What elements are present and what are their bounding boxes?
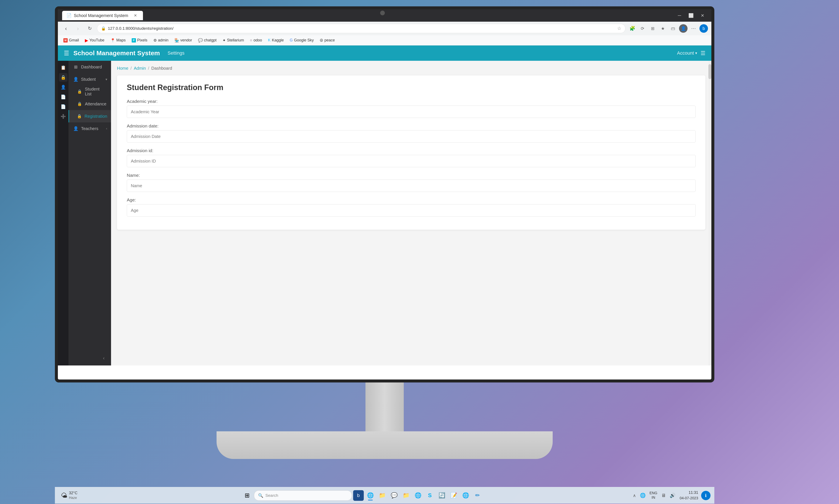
bookmark-gmail[interactable]: M Gmail	[61, 37, 82, 43]
sidebar-icon-1[interactable]: 🔒	[59, 73, 67, 82]
taskbar-app-bing[interactable]: b	[353, 490, 364, 501]
sidebar-bottom: ‹	[68, 351, 111, 365]
weather-icon: 🌤	[61, 492, 67, 499]
bookmark-googlesky[interactable]: G Google Sky	[287, 37, 316, 43]
sidebar-item-student[interactable]: 👤 Student ▾	[68, 73, 111, 86]
taskbar-app-chrome[interactable]: 🌐	[413, 490, 423, 501]
taskbar-search-bar[interactable]: 🔍 Search	[254, 490, 352, 501]
sidebar-item-teachers[interactable]: 👤 Teachers ‹	[68, 122, 111, 135]
split-button[interactable]: ⊞	[648, 24, 657, 33]
sidebar-item-studentlist[interactable]: 🔒 Student List	[68, 86, 111, 98]
tray-lang[interactable]: ENGIN	[648, 491, 658, 500]
update-button[interactable]: ⟳	[638, 24, 647, 33]
refresh-button[interactable]: ↻	[85, 24, 95, 33]
lock-icon: 🔒	[101, 26, 106, 31]
sidebar-icon-4[interactable]: 📄	[59, 103, 67, 111]
close-button[interactable]: ✕	[698, 12, 707, 19]
tray-display[interactable]: 🖥	[660, 492, 667, 499]
sidebar-icon-3[interactable]: 📄	[59, 93, 67, 101]
stellarium-icon: ✦	[223, 38, 226, 43]
taskbar-app-skype[interactable]: S	[425, 490, 435, 501]
kaggle-icon: K	[268, 38, 271, 42]
tray-network[interactable]: 🌐	[639, 492, 647, 499]
bookmark-admin[interactable]: ⚙ admin	[151, 37, 171, 44]
taskbar-app-explorer[interactable]: 🌐	[365, 490, 376, 501]
breadcrumb-dashboard: Dashboard	[151, 66, 172, 71]
more-button[interactable]: ⋯	[689, 24, 698, 33]
admission-id-label: Admission id:	[127, 148, 696, 153]
taskbar-clock[interactable]: 11:31 04-07-2023	[678, 489, 700, 502]
profile-button[interactable]: 👤	[679, 24, 687, 33]
favorites-button[interactable]: ★	[658, 24, 667, 33]
age-input[interactable]	[127, 204, 696, 217]
tab-close-button[interactable]: ✕	[132, 13, 139, 18]
sidebar-item-dashboard[interactable]: ⊞ Dashboard	[68, 61, 111, 73]
weather-info: 32°C Haze	[69, 491, 78, 500]
name-input[interactable]	[127, 180, 696, 192]
hamburger-icon[interactable]: ☰	[64, 50, 69, 57]
notifications-button[interactable]: ℹ	[701, 491, 710, 500]
sidebar-item-registration[interactable]: 🔒 Registration	[68, 110, 111, 122]
bookmark-odoo[interactable]: ○ odoo	[247, 37, 264, 43]
title-bar: 📄 School Management System ✕ ─ ⬜ ✕	[58, 10, 712, 22]
teachers-icon: 👤	[73, 126, 79, 131]
taskbar-app-teams[interactable]: 💬	[389, 490, 399, 501]
sidebar-icon-5[interactable]: ➕	[59, 112, 67, 121]
taskbar-app-edge2[interactable]: 🌐	[460, 490, 471, 501]
star-icon[interactable]: ☆	[617, 26, 621, 31]
sidebar-item-attendance[interactable]: 🔒 Attendance	[68, 98, 111, 110]
bookmark-chatgpt[interactable]: 💬 chatgpt	[195, 37, 219, 44]
form-group-name: Name:	[127, 173, 696, 192]
academic-year-input[interactable]	[127, 106, 696, 118]
name-label: Name:	[127, 173, 696, 178]
collections-button[interactable]: 🗃	[669, 24, 677, 33]
bookmark-maps[interactable]: 📍 Maps	[108, 37, 128, 44]
bookmark-stellarium[interactable]: ✦ Stellarium	[220, 37, 246, 44]
sidebar-icon-0[interactable]: 📋	[59, 63, 67, 72]
admission-id-input[interactable]	[127, 155, 696, 167]
bookmark-kaggle[interactable]: K Kaggle	[266, 37, 286, 43]
bookmark-googlesky-label: Google Sky	[294, 38, 314, 42]
taskbar-app-files[interactable]: 📁	[377, 490, 388, 501]
restore-button[interactable]: ⬜	[686, 12, 696, 19]
extensions-button[interactable]: 🧩	[628, 24, 636, 33]
sidebar-icon-2[interactable]: 👤	[59, 83, 67, 91]
taskbar-app-folder2[interactable]: 📁	[401, 490, 411, 501]
breadcrumb-admin[interactable]: Admin	[134, 66, 146, 71]
bookmark-pixels[interactable]: P Pixels	[129, 37, 150, 43]
taskbar-app-vscode[interactable]: ✏	[472, 490, 483, 501]
form-title: Student Registration Form	[127, 83, 696, 92]
monitor-stand-neck	[365, 382, 404, 436]
webcam	[380, 11, 385, 15]
tray-sound[interactable]: 🔊	[668, 492, 677, 499]
forward-button[interactable]: ›	[73, 24, 83, 33]
taskbar-app-refresh[interactable]: 🔄	[436, 490, 447, 501]
bookmark-vendor[interactable]: 🏪 vendor	[172, 37, 195, 44]
bookmark-peace[interactable]: ☮ peace	[317, 37, 337, 44]
bookmark-admin-label: admin	[158, 38, 169, 42]
weather-widget[interactable]: 🌤 32°C Haze	[59, 490, 93, 501]
breadcrumb-home[interactable]: Home	[117, 66, 128, 71]
tray-chevron[interactable]: ∧	[632, 492, 637, 499]
bookmark-pixels-label: Pixels	[137, 38, 148, 42]
taskbar-app-notes[interactable]: 📝	[448, 490, 459, 501]
settings-link[interactable]: Settings	[168, 50, 185, 56]
admission-date-input[interactable]	[127, 130, 696, 143]
start-button[interactable]: ⊞	[242, 490, 253, 501]
student-nav-icon: 👤	[73, 77, 79, 82]
clock-time: 11:31	[680, 490, 698, 496]
scrollbar-thumb[interactable]	[708, 64, 712, 79]
address-bar[interactable]: 🔒 127.0.0.1:8000/students/registration/ …	[97, 24, 626, 33]
sidebar-icons-strip: 📋 🔒 👤 📄 📄 ➕	[58, 61, 68, 365]
account-button[interactable]: Account ▾	[677, 50, 697, 56]
sidebar-dashboard-label: Dashboard	[81, 65, 102, 70]
sidebar-teachers-label: Teachers	[81, 126, 98, 131]
collapse-sidebar-button[interactable]: ‹	[100, 355, 108, 362]
back-button[interactable]: ‹	[61, 24, 71, 33]
bookmark-youtube[interactable]: ▶ YouTube	[82, 37, 107, 44]
scrollbar-track[interactable]	[708, 61, 712, 365]
minimize-button[interactable]: ─	[675, 12, 684, 19]
browser-tab[interactable]: 📄 School Management System ✕	[62, 11, 143, 20]
topbar-menu-icon[interactable]: ☰	[701, 50, 705, 56]
bing-button[interactable]: b	[700, 24, 708, 33]
